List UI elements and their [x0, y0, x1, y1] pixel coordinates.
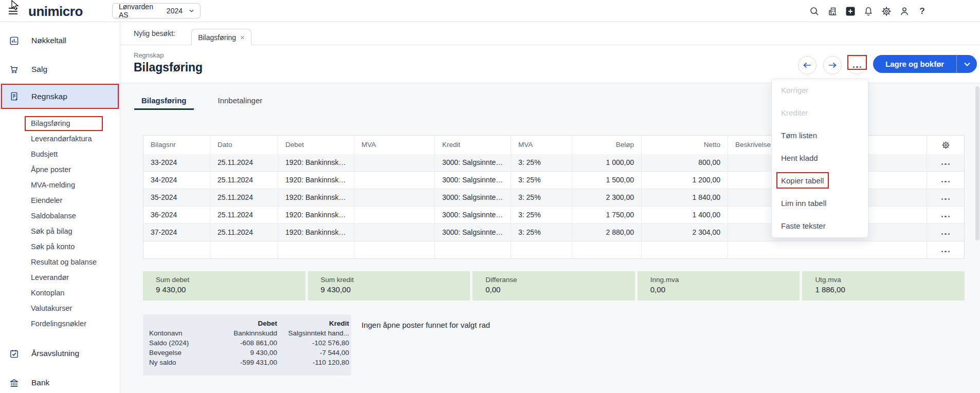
cell-kredit[interactable]: 3000: Salgsinntekt h...	[435, 189, 511, 206]
sidebar-subitem[interactable]: Kontoplan	[0, 285, 120, 301]
save-options-toggle[interactable]	[957, 55, 977, 73]
company-selector[interactable]: Lønvarden AS 2024	[112, 3, 201, 18]
sidebar-item-bank[interactable]: Bank	[0, 372, 120, 393]
cell-kredit[interactable]	[435, 241, 511, 258]
cell-mva-kredit[interactable]: 3: 25%	[511, 189, 572, 206]
table-settings-gear-icon[interactable]	[941, 141, 950, 149]
cell-mva-kredit[interactable]: 3: 25%	[511, 154, 572, 171]
help-button[interactable]: ?	[916, 5, 928, 17]
sidebar-subitem[interactable]: Budsjett	[0, 146, 120, 162]
cell-mva-debet[interactable]	[354, 241, 435, 258]
add-button[interactable]	[844, 5, 856, 17]
cell-dato[interactable]: 25.11.2024	[210, 154, 278, 171]
menu-item[interactable]: Lim inn tabell	[772, 192, 868, 215]
close-icon[interactable]: ×	[240, 33, 245, 42]
cell-beskrivelse[interactable]	[728, 241, 927, 258]
more-actions-button[interactable]	[848, 56, 866, 74]
cell-netto[interactable]: 800,00	[642, 154, 728, 171]
cell-bilagsnr[interactable]	[143, 241, 210, 258]
cell-dato[interactable]: 25.11.2024	[210, 207, 278, 223]
tab-innbetalinger[interactable]: Innbetalinger	[211, 96, 270, 110]
sidebar-subitem[interactable]: Bilagsføring	[0, 116, 120, 131]
cell-bilagsnr[interactable]: 33-2024	[143, 154, 210, 171]
cell-mva-debet[interactable]	[354, 154, 435, 171]
back-button[interactable]	[798, 56, 816, 74]
row-actions-button[interactable]	[940, 154, 951, 171]
sidebar-subitem[interactable]: Åpne poster	[0, 162, 120, 177]
row-actions-button[interactable]	[940, 207, 951, 223]
cell-mva-debet[interactable]	[354, 224, 435, 241]
cell-debet[interactable]: 1920: Bankinnskudd	[278, 189, 354, 206]
cell-belop[interactable]: 1 750,00	[572, 207, 642, 223]
cell-netto[interactable]: 1 200,00	[642, 172, 728, 189]
sidebar-subitem[interactable]: Søk på bilag	[0, 223, 120, 239]
cell-debet[interactable]: 1920: Bankinnskudd	[278, 224, 354, 241]
menu-item[interactable]: Hent kladd	[772, 147, 868, 170]
sidebar-subitem[interactable]: Resultat og balanse	[0, 254, 120, 270]
cell-kredit[interactable]: 3000: Salgsinntekt h...	[435, 172, 511, 189]
cell-belop[interactable]: 1 500,00	[572, 172, 642, 189]
cell-netto[interactable]	[642, 241, 728, 258]
cell-kredit[interactable]: 3000: Salgsinntekt h...	[435, 154, 511, 171]
row-actions-button[interactable]	[940, 172, 951, 189]
cell-mva-kredit[interactable]: 3: 25%	[511, 172, 572, 189]
cell-bilagsnr[interactable]: 36-2024	[143, 207, 210, 223]
sidebar-subitem[interactable]: Søk på konto	[0, 239, 120, 254]
menu-item[interactable]: Korriger	[772, 79, 868, 102]
cell-netto[interactable]: 2 304,00	[642, 224, 728, 241]
row-actions-button[interactable]	[940, 189, 951, 206]
menu-item[interactable]: Krediter	[772, 102, 868, 124]
cell-netto[interactable]: 1 400,00	[642, 207, 728, 223]
menu-item[interactable]: Tøm listen	[772, 124, 868, 147]
cell-dato[interactable]: 25.11.2024	[210, 224, 278, 241]
sidebar-subitem[interactable]: MVA-melding	[0, 177, 120, 193]
notifications-button[interactable]	[862, 5, 874, 17]
save-and-post-label[interactable]: Lagre og bokfør	[873, 55, 957, 73]
cell-debet[interactable]: 1920: Bankinnskudd	[278, 154, 354, 171]
cell-belop[interactable]: 2 880,00	[572, 224, 642, 241]
sidebar-subitem[interactable]: Fordelingsnøkler	[0, 316, 120, 331]
sidebar-subitem[interactable]: Valutakurser	[0, 301, 120, 316]
hamburger-menu-icon[interactable]	[9, 8, 17, 14]
cell-mva-kredit[interactable]	[511, 241, 572, 258]
cell-bilagsnr[interactable]: 35-2024	[143, 189, 210, 206]
cell-bilagsnr[interactable]: 34-2024	[143, 172, 210, 189]
cell-debet[interactable]: 1920: Bankinnskudd	[278, 207, 354, 223]
cell-kredit[interactable]: 3000: Salgsinntekt h...	[435, 224, 511, 241]
search-button[interactable]	[808, 5, 820, 17]
cell-mva-debet[interactable]	[354, 207, 435, 223]
cell-debet[interactable]: 1920: Bankinnskudd	[278, 172, 354, 189]
sidebar-subitem[interactable]: Saldobalanse	[0, 208, 120, 223]
tab-bilagsforing[interactable]: Bilagsføring	[134, 96, 194, 110]
cell-kredit[interactable]: 3000: Salgsinntekt h...	[435, 207, 511, 223]
sidebar-item-regnskap[interactable]: Regnskap	[0, 84, 120, 109]
sidebar-subitem[interactable]: Eiendeler	[0, 193, 120, 208]
sidebar-subitem[interactable]: Leverandør	[0, 270, 120, 285]
cell-dato[interactable]	[210, 241, 278, 258]
cell-dato[interactable]: 25.11.2024	[210, 172, 278, 189]
recent-tab-bilagsforing[interactable]: Bilagsføring ×	[191, 29, 251, 45]
sidebar-subitem[interactable]: Leverandørfaktura	[0, 131, 120, 146]
breadcrumb[interactable]: Regnskap	[134, 51, 164, 59]
cell-mva-kredit[interactable]: 3: 25%	[511, 224, 572, 241]
sidebar-item-arsavslutning[interactable]: Årsavslutning	[0, 343, 120, 364]
menu-item[interactable]: Faste tekster	[772, 215, 868, 237]
cell-mva-debet[interactable]	[354, 172, 435, 189]
row-actions-button[interactable]	[940, 241, 951, 258]
cell-netto[interactable]: 1 840,00	[642, 189, 728, 206]
cell-belop[interactable]	[572, 241, 642, 258]
menu-item[interactable]: Kopier tabell	[772, 170, 868, 192]
user-button[interactable]	[898, 5, 910, 17]
vertical-scrollbar-thumb[interactable]	[975, 86, 979, 240]
settings-button[interactable]	[880, 5, 892, 17]
cell-belop[interactable]: 2 300,00	[572, 189, 642, 206]
cell-mva-debet[interactable]	[354, 189, 435, 206]
cell-belop[interactable]: 1 000,00	[572, 154, 642, 171]
sidebar-item-nokkeltall[interactable]: Nøkkeltall	[0, 30, 120, 51]
cell-dato[interactable]: 25.11.2024	[210, 189, 278, 206]
cell-bilagsnr[interactable]: 37-2024	[143, 224, 210, 241]
row-actions-button[interactable]	[940, 224, 951, 241]
company-register-button[interactable]	[826, 5, 838, 17]
forward-button[interactable]	[823, 56, 842, 74]
cell-debet[interactable]	[278, 241, 354, 258]
